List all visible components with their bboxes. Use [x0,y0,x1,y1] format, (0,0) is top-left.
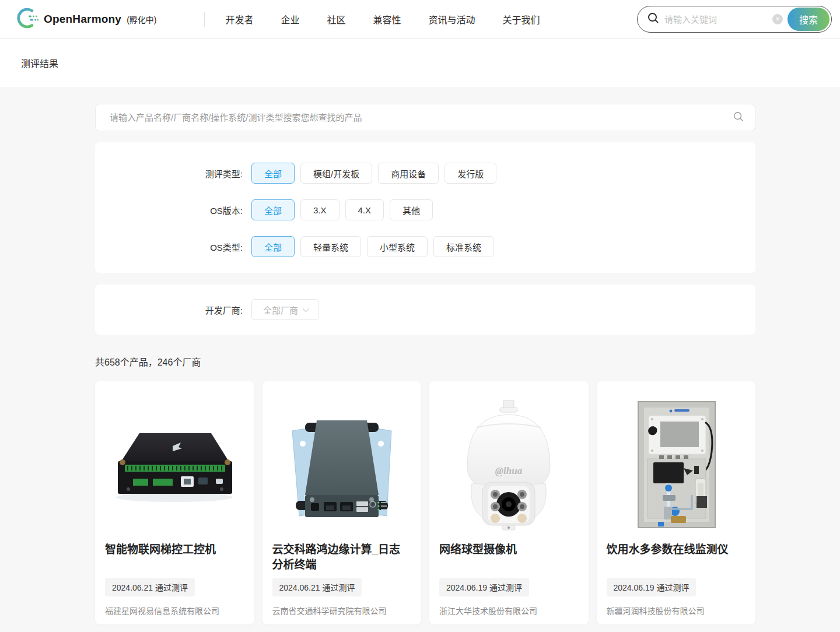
nav-item-community[interactable]: 社区 [327,12,345,26]
product-image [272,391,412,538]
filter-label: OS类型: [95,241,251,253]
product-company: 福建星网视易信息系统有限公司 [105,605,244,616]
product-search-input[interactable] [110,113,733,122]
openharmony-logo[interactable]: OpenHarmony(孵化中) [16,7,156,31]
product-image [105,391,244,538]
product-title[interactable]: 云交科路鸿边缘计算_日志分析终端 [272,542,412,573]
header-search-button[interactable]: 搜索 [788,8,830,31]
product-photo-ptz-dome-camera: @lhua [442,397,576,531]
product-card[interactable]: @lhua [429,381,589,624]
product-company: 云南省交通科学研究院有限公司 [272,605,412,616]
filter-chip-all[interactable]: 全部 [251,236,295,257]
product-test-badge: 2024.06.21 通过测评 [105,578,195,596]
product-company: 新疆河润科技股份有限公司 [607,605,746,616]
openharmony-logo-icon [16,7,38,31]
page-title: 测评结果 [21,56,58,70]
product-photo-water-quality-monitor [609,397,743,531]
vendor-select-value: 全部厂商 [263,304,298,316]
vendor-select-dropdown[interactable]: 全部厂商 [251,299,319,320]
result-summary: 共658个产品，246个厂商 [95,354,755,368]
filter-chip-group: 全部 3.X 4.X 其他 [251,199,433,220]
vendor-filter-label: 开发厂商: [95,304,251,316]
breadcrumb: 测评结果 [0,39,840,87]
product-title[interactable]: 网络球型摄像机 [439,542,579,573]
search-icon [647,12,660,27]
search-icon[interactable] [733,111,744,125]
filter-chip-module-devboard[interactable]: 模组/开发板 [300,163,372,184]
header-search-input[interactable] [660,15,772,24]
brand-name: OpenHarmony [44,13,121,26]
nav-item-enterprise[interactable]: 企业 [281,12,299,26]
top-header: OpenHarmony(孵化中) 开发者 企业 社区 兼容性 资讯与活动 关于我… [0,0,840,39]
filter-chip-3x[interactable]: 3.X [300,199,340,220]
product-photo-industrial-controller [107,397,242,531]
header-search-box: × 搜索 [637,6,832,33]
vendor-filter-panel: 开发厂商: 全部厂商 [95,285,755,335]
svg-text:@lhua: @lhua [495,465,523,476]
nav-item-news-events[interactable]: 资讯与活动 [429,12,475,26]
filter-label: 测评类型: [95,167,251,180]
product-card[interactable]: 云交科路鸿边缘计算_日志分析终端 2024.06.21 通过测评 云南省交通科学… [262,381,422,624]
product-card[interactable]: 智能物联网梯控工控机 2024.06.21 通过测评 福建星网视易信息系统有限公… [95,381,254,624]
nav-item-developer[interactable]: 开发者 [225,12,253,26]
filter-label: OS版本: [95,204,251,216]
product-card[interactable]: 饮用水多参数在线监测仪 2024.06.19 通过测评 新疆河润科技股份有限公司 [597,381,756,624]
product-title[interactable]: 智能物联网梯控工控机 [105,542,244,573]
clear-icon[interactable]: × [772,14,783,24]
filter-chip-commercial-device[interactable]: 商用设备 [378,163,439,184]
filter-row-os-version: OS版本: 全部 3.X 4.X 其他 [95,199,738,220]
filter-row-eval-type: 测评类型: 全部 模组/开发板 商用设备 发行版 [95,163,738,184]
product-image [607,391,746,538]
filter-chip-small-system[interactable]: 小型系统 [367,236,428,257]
product-test-badge: 2024.06.19 通过测评 [607,578,696,596]
nav-item-compat[interactable]: 兼容性 [373,12,401,26]
product-photo-edge-computing-terminal [275,397,409,531]
filter-chip-group: 全部 轻量系统 小型系统 标准系统 [251,236,494,257]
brand-suffix: (孵化中) [127,13,156,25]
filter-chip-all[interactable]: 全部 [251,199,295,220]
main-nav: 开发者 企业 社区 兼容性 资讯与活动 关于我们 [225,12,540,26]
filter-chip-group: 全部 模组/开发板 商用设备 发行版 [251,163,496,184]
filter-panel: 测评类型: 全部 模组/开发板 商用设备 发行版 OS版本: 全部 3.X 4.… [95,142,755,273]
filter-chip-other[interactable]: 其他 [390,199,433,220]
filter-chip-all[interactable]: 全部 [251,163,295,184]
filter-chip-4x[interactable]: 4.X [345,199,384,220]
product-test-badge: 2024.06.21 通过测评 [272,578,362,596]
filter-row-os-type: OS类型: 全部 轻量系统 小型系统 标准系统 [95,236,738,257]
filter-chip-light-system[interactable]: 轻量系统 [300,236,361,257]
product-title[interactable]: 饮用水多参数在线监测仪 [607,542,746,573]
nav-item-about[interactable]: 关于我们 [503,12,540,26]
filter-chip-distribution[interactable]: 发行版 [444,163,496,184]
chevron-down-icon [303,306,309,312]
header-divider [204,12,205,27]
product-test-badge: 2024.06.19 通过测评 [439,578,529,596]
product-image: @lhua [439,391,579,538]
product-company: 浙江大华技术股份有限公司 [439,605,579,616]
product-card-grid: 智能物联网梯控工控机 2024.06.21 通过测评 福建星网视易信息系统有限公… [95,381,755,624]
main-content: 测评类型: 全部 模组/开发板 商用设备 发行版 OS版本: 全部 3.X 4.… [95,104,755,624]
product-search-box [95,104,755,131]
filter-chip-standard-system[interactable]: 标准系统 [433,236,494,257]
